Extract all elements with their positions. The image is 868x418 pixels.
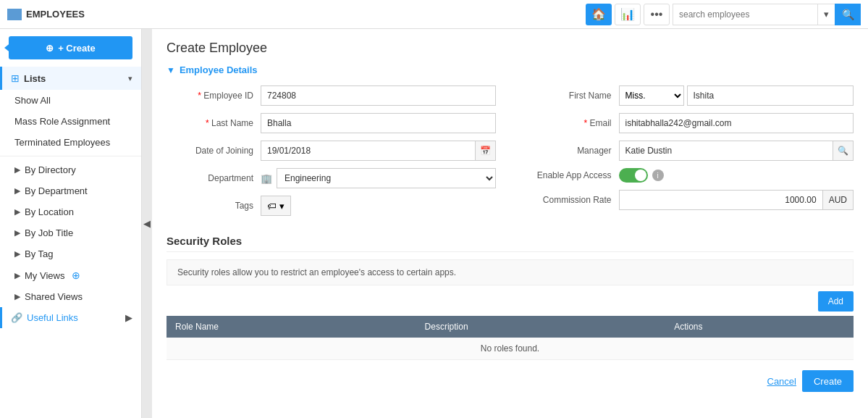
form-left-col: Employee ID Last Name Date of Joining 📅 … <box>167 85 496 223</box>
employee-id-input[interactable] <box>261 85 496 106</box>
sidebar-items: Show All Mass Role Assignment Terminated… <box>0 90 141 307</box>
add-role-button[interactable]: Add <box>818 291 854 312</box>
lists-chevron: ▾ <box>128 74 132 83</box>
content-area: Create Employee ▼ Employee Details Emplo… <box>152 29 868 418</box>
search-button[interactable]: 🔍 <box>835 4 861 25</box>
form-grid: Employee ID Last Name Date of Joining 📅 … <box>167 85 854 223</box>
sidebar-item-shared-views[interactable]: ▶ Shared Views <box>0 286 141 307</box>
security-toolbar: Add <box>167 291 854 312</box>
sidebar-item-show-all[interactable]: Show All <box>0 90 141 111</box>
first-name-input[interactable] <box>687 85 854 106</box>
by-department-arrow: ▶ <box>14 186 20 196</box>
by-job-title-arrow: ▶ <box>14 228 20 238</box>
create-label: + Create <box>58 43 96 54</box>
enable-app-info-icon[interactable]: i <box>652 170 664 181</box>
commission-input[interactable] <box>619 190 822 210</box>
my-views-add-icon[interactable]: ⊕ <box>72 269 80 281</box>
email-row: Email <box>525 113 854 133</box>
employee-id-row: Employee ID <box>167 85 496 106</box>
employee-details-section[interactable]: ▼ Employee Details <box>167 64 854 75</box>
col-role-name: Role Name <box>167 316 416 338</box>
more-icon[interactable]: ••• <box>644 4 670 25</box>
form-footer: Cancel Create <box>167 370 854 392</box>
first-name-label: First Name <box>525 91 619 101</box>
create-employee-button[interactable]: Create <box>802 370 854 392</box>
sidebar-item-by-department[interactable]: ▶ By Department <box>0 180 141 201</box>
col-description: Description <box>416 316 666 338</box>
create-button[interactable]: ⊕ + Create <box>9 36 132 59</box>
manager-row: Manager 🔍 <box>525 141 854 161</box>
page-title: Create Employee <box>167 41 854 56</box>
date-input-group: 📅 <box>261 141 496 161</box>
sidebar: ⊕ + Create ⊞ Lists ▾ Show All Mass Role … <box>0 29 142 418</box>
lists-header[interactable]: ⊞ Lists ▾ <box>0 67 141 90</box>
useful-links-chevron: ▶ <box>125 312 132 323</box>
department-row: Department 🏢 Engineering <box>167 168 496 188</box>
top-bar: EMPLOYEES 🏠 📊 ••• ▾ 🔍 <box>0 0 868 29</box>
by-tag-arrow: ▶ <box>14 249 20 259</box>
manager-search-icon[interactable]: 🔍 <box>833 141 854 161</box>
name-group: Miss. <box>619 85 854 106</box>
collapse-handle[interactable]: ◀ <box>142 29 152 418</box>
home-icon[interactable]: 🏠 <box>586 4 612 25</box>
plus-icon: ⊕ <box>46 43 54 54</box>
sidebar-item-mass-role[interactable]: Mass Role Assignment <box>0 111 141 132</box>
tag-icon: 🏷 <box>267 201 277 212</box>
security-title: Security Roles <box>167 235 854 252</box>
manager-input[interactable] <box>619 141 834 161</box>
sidebar-item-terminated[interactable]: Terminated Employees <box>0 132 141 153</box>
manager-label: Manager <box>525 146 619 156</box>
tags-dropdown-arrow: ▾ <box>279 201 285 212</box>
by-department-label: By Department <box>25 185 88 196</box>
cancel-button[interactable]: Cancel <box>767 370 796 392</box>
col-actions: Actions <box>665 316 854 338</box>
shared-views-label: Shared Views <box>25 291 83 302</box>
enable-app-label: Enable App Access <box>525 170 619 180</box>
email-input[interactable] <box>619 113 854 133</box>
enable-app-toggle[interactable] <box>619 168 648 183</box>
last-name-input[interactable] <box>261 113 496 133</box>
lists-icon: ⊞ <box>11 72 20 84</box>
department-select[interactable]: Engineering <box>277 168 496 188</box>
enable-app-toggle-wrap: i <box>619 168 664 183</box>
by-location-label: By Location <box>25 206 74 217</box>
no-data-row: No roles found. <box>167 338 854 360</box>
by-directory-label: By Directory <box>25 164 76 175</box>
my-views-label: My Views <box>25 270 64 281</box>
sidebar-item-by-location[interactable]: ▶ By Location <box>0 201 141 222</box>
calendar-icon[interactable]: 📅 <box>476 141 496 161</box>
my-views-arrow: ▶ <box>14 271 20 280</box>
sidebar-item-by-job-title[interactable]: ▶ By Job Title <box>0 222 141 243</box>
app-title: EMPLOYEES <box>7 9 138 20</box>
title-select[interactable]: Miss. <box>619 85 684 106</box>
section-chevron: ▼ <box>167 65 175 75</box>
lists-label: Lists <box>24 73 128 84</box>
no-data-cell: No roles found. <box>167 338 854 360</box>
collapse-icon: ◀ <box>143 218 151 229</box>
date-of-joining-label: Date of Joining <box>167 146 261 156</box>
terminated-label: Terminated Employees <box>14 137 110 148</box>
last-name-label: Last Name <box>167 118 261 128</box>
sidebar-item-by-tag[interactable]: ▶ By Tag <box>0 243 141 264</box>
date-of-joining-row: Date of Joining 📅 <box>167 141 496 161</box>
last-name-row: Last Name <box>167 113 496 133</box>
shared-views-arrow: ▶ <box>14 292 20 301</box>
sidebar-item-my-views[interactable]: ▶ My Views ⊕ <box>0 264 141 286</box>
chart-icon[interactable]: 📊 <box>615 4 641 25</box>
by-directory-arrow: ▶ <box>14 165 20 175</box>
tags-label: Tags <box>167 201 261 211</box>
by-job-title-label: By Job Title <box>25 227 73 238</box>
link-icon: 🔗 <box>11 312 22 323</box>
date-of-joining-input[interactable] <box>261 141 476 161</box>
by-location-arrow: ▶ <box>14 207 20 217</box>
top-nav: 🏠 📊 ••• ▾ 🔍 <box>586 4 861 25</box>
tags-row: Tags 🏷 ▾ <box>167 196 496 216</box>
useful-links-item[interactable]: 🔗 Useful Links ▶ <box>0 307 141 328</box>
section-label: Employee Details <box>180 64 258 75</box>
tags-button[interactable]: 🏷 ▾ <box>261 196 291 216</box>
search-input[interactable] <box>673 4 817 25</box>
department-select-wrap: Engineering <box>277 168 496 188</box>
security-info: Security roles allow you to restrict an … <box>167 259 854 285</box>
sidebar-item-by-directory[interactable]: ▶ By Directory <box>0 159 141 180</box>
search-dropdown-btn[interactable]: ▾ <box>817 4 835 25</box>
